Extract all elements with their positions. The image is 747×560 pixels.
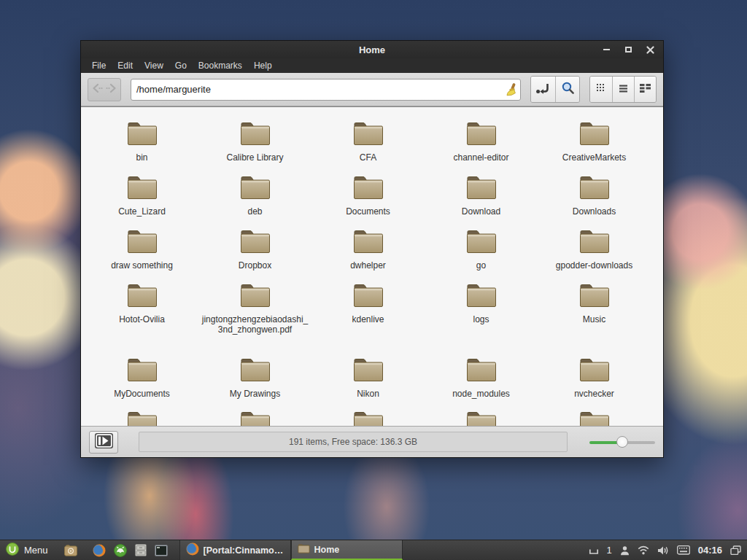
folder-item[interactable]: Calibre Library	[198, 120, 311, 174]
folder-item[interactable]: logs	[425, 282, 538, 357]
zoom-slider[interactable]	[589, 435, 655, 448]
folder-icon	[352, 410, 384, 426]
folder-item[interactable]: My Drawings	[198, 357, 311, 410]
folder-item[interactable]: Cute_Lizard	[85, 174, 198, 228]
toggle-location-entry-button[interactable]	[531, 77, 555, 102]
folder-label: Hotot-Ovilia	[119, 314, 165, 324]
menu-help[interactable]: Help	[249, 59, 277, 72]
back-icon[interactable]	[91, 82, 104, 97]
folder-label: channel-editor	[453, 152, 508, 163]
folder-label: bin	[136, 152, 147, 163]
folder-item[interactable]	[538, 410, 651, 426]
close-button[interactable]	[644, 44, 656, 55]
folder-item[interactable]: dwhelper	[311, 228, 425, 282]
window-titlebar[interactable]: Home	[81, 41, 663, 58]
toggle-sidebar-button[interactable]	[89, 431, 118, 454]
icon-view-button[interactable]	[590, 77, 612, 102]
folder-item[interactable]: Nikon	[311, 357, 425, 410]
folder-label: jingtongzhengzebiaodashi_3nd_zhongwen.pd…	[201, 314, 309, 335]
folder-item[interactable]: Dropbox	[198, 228, 311, 282]
toggle-location-entry-icon	[535, 81, 551, 98]
window-indicator-icon[interactable]	[589, 546, 599, 555]
folder-icon	[465, 174, 498, 203]
folder-icon	[239, 282, 271, 311]
maximize-button[interactable]	[622, 44, 634, 55]
folder-item[interactable]: Music	[538, 282, 651, 357]
folder-item[interactable]	[311, 410, 425, 426]
folder-item[interactable]: Documents	[311, 174, 425, 228]
location-input[interactable]	[131, 79, 521, 101]
folder-icon	[352, 228, 384, 257]
volume-icon[interactable]	[657, 545, 669, 556]
forward-icon[interactable]	[105, 82, 117, 97]
terminal-icon[interactable]	[155, 545, 168, 556]
minimize-button[interactable]	[600, 44, 612, 55]
menu-button[interactable]: Menu	[0, 540, 57, 560]
file-view: binCalibre LibraryCFAchannel-editorCreat…	[81, 106, 663, 426]
folder-label: draw something	[111, 260, 173, 271]
folder-item[interactable]: go	[425, 228, 538, 282]
zoom-slider-handle[interactable]	[616, 436, 628, 448]
search-button[interactable]	[555, 77, 579, 102]
keyboard-icon[interactable]	[677, 545, 690, 555]
menu-edit[interactable]: Edit	[112, 59, 138, 72]
folder-item[interactable]: channel-editor	[425, 120, 538, 174]
statusbar: 191 items, Free space: 136.3 GB	[81, 426, 663, 457]
folder-label: Cute_Lizard	[118, 206, 166, 217]
folder-icon	[465, 357, 498, 386]
clear-location-icon[interactable]	[505, 83, 516, 99]
menu-label: Menu	[24, 545, 48, 556]
menu-bookmarks[interactable]: Bookmarks	[193, 59, 247, 72]
menu-file[interactable]: File	[87, 59, 111, 72]
folder-item[interactable]: deb	[198, 174, 311, 228]
window-list: [Portal:Cinnamon/S...Home	[179, 540, 403, 560]
folder-item[interactable]: Download	[425, 174, 538, 228]
folder-item[interactable]: CFA	[311, 120, 425, 174]
history-nav-buttons[interactable]	[88, 78, 121, 101]
folder-label: Downloads	[573, 206, 616, 217]
folder-item[interactable]	[198, 410, 311, 426]
folder-item[interactable]	[425, 410, 538, 426]
menu-go[interactable]: Go	[170, 59, 192, 72]
user-icon[interactable]	[620, 545, 630, 556]
folder-icon	[578, 174, 611, 203]
folder-item[interactable]: gpodder-downloads	[538, 228, 651, 282]
wifi-icon[interactable]	[638, 545, 649, 555]
menu-view[interactable]: View	[139, 59, 169, 72]
taskbar-window-0[interactable]: [Portal:Cinnamon/S...	[179, 540, 291, 560]
folder-icon	[352, 357, 384, 386]
folder-item[interactable]: node_modules	[425, 357, 538, 410]
folder-item[interactable]	[85, 410, 198, 426]
firefox-icon[interactable]	[93, 544, 106, 557]
folder-label: Calibre Library	[226, 152, 283, 163]
icon-view-icon	[596, 83, 606, 96]
folder-icon	[239, 410, 271, 426]
green-app-icon[interactable]	[114, 544, 127, 557]
folder-item[interactable]: draw something	[85, 228, 198, 282]
compact-view-icon	[639, 83, 651, 96]
folder-label: logs	[473, 314, 489, 324]
folder-icon	[578, 357, 611, 386]
folder-label: MyDocuments	[114, 389, 170, 399]
clock[interactable]: 04:16	[698, 545, 722, 556]
folder-item[interactable]: jingtongzhengzebiaodashi_3nd_zhongwen.pd…	[198, 282, 311, 357]
folder-item[interactable]: Downloads	[538, 174, 651, 228]
folder-item[interactable]: bin	[85, 120, 198, 174]
screenshot-tool-icon[interactable]	[64, 545, 77, 556]
taskbar-window-active[interactable]: Home	[291, 540, 403, 560]
folder-icon	[465, 228, 498, 257]
folder-item[interactable]: Hotot-Ovilia	[85, 282, 198, 357]
list-view-button[interactable]	[612, 77, 634, 102]
file-manager-icon[interactable]	[135, 544, 147, 556]
workspace-count[interactable]: 1	[607, 545, 612, 556]
compact-view-button[interactable]	[634, 77, 656, 102]
window-switcher-icon[interactable]	[730, 545, 741, 556]
folder-item[interactable]: CreativeMarkets	[538, 120, 651, 174]
folder-item[interactable]: MyDocuments	[85, 357, 198, 410]
folder-label: CreativeMarkets	[562, 152, 626, 163]
folder-label: Dropbox	[239, 260, 271, 271]
folder-item[interactable]: nvchecker	[538, 357, 651, 410]
folder-icon	[578, 282, 611, 311]
folder-item[interactable]: kdenlive	[311, 282, 425, 357]
window-title: Home	[81, 44, 663, 55]
